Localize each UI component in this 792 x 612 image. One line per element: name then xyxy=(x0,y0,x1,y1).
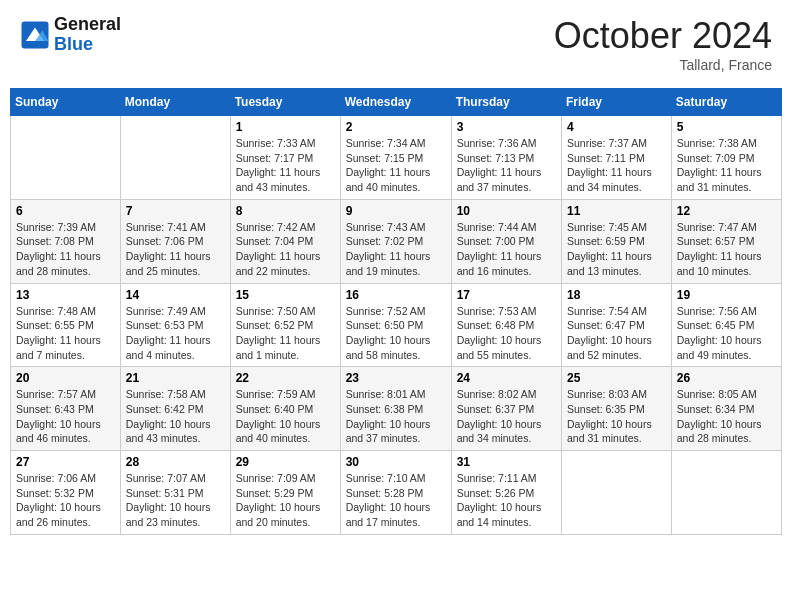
day-number: 9 xyxy=(346,204,446,218)
calendar-cell: 5Sunrise: 7:38 AM Sunset: 7:09 PM Daylig… xyxy=(671,116,781,200)
calendar-cell: 26Sunrise: 8:05 AM Sunset: 6:34 PM Dayli… xyxy=(671,367,781,451)
day-number: 27 xyxy=(16,455,115,469)
calendar-cell: 23Sunrise: 8:01 AM Sunset: 6:38 PM Dayli… xyxy=(340,367,451,451)
calendar-cell xyxy=(11,116,121,200)
calendar-week-1: 1Sunrise: 7:33 AM Sunset: 7:17 PM Daylig… xyxy=(11,116,782,200)
day-number: 4 xyxy=(567,120,666,134)
calendar-cell xyxy=(671,451,781,535)
weekday-header-wednesday: Wednesday xyxy=(340,89,451,116)
day-number: 3 xyxy=(457,120,556,134)
day-info: Sunrise: 7:54 AM Sunset: 6:47 PM Dayligh… xyxy=(567,304,666,363)
day-number: 14 xyxy=(126,288,225,302)
day-number: 31 xyxy=(457,455,556,469)
day-info: Sunrise: 7:48 AM Sunset: 6:55 PM Dayligh… xyxy=(16,304,115,363)
weekday-header-saturday: Saturday xyxy=(671,89,781,116)
calendar-cell: 9Sunrise: 7:43 AM Sunset: 7:02 PM Daylig… xyxy=(340,199,451,283)
weekday-header-friday: Friday xyxy=(562,89,672,116)
day-info: Sunrise: 7:41 AM Sunset: 7:06 PM Dayligh… xyxy=(126,220,225,279)
calendar-cell: 30Sunrise: 7:10 AM Sunset: 5:28 PM Dayli… xyxy=(340,451,451,535)
month-title: October 2024 xyxy=(554,15,772,57)
day-info: Sunrise: 7:38 AM Sunset: 7:09 PM Dayligh… xyxy=(677,136,776,195)
title-block: October 2024 Tallard, France xyxy=(554,15,772,73)
day-info: Sunrise: 7:52 AM Sunset: 6:50 PM Dayligh… xyxy=(346,304,446,363)
calendar-cell: 1Sunrise: 7:33 AM Sunset: 7:17 PM Daylig… xyxy=(230,116,340,200)
day-info: Sunrise: 7:57 AM Sunset: 6:43 PM Dayligh… xyxy=(16,387,115,446)
day-info: Sunrise: 7:44 AM Sunset: 7:00 PM Dayligh… xyxy=(457,220,556,279)
weekday-header-sunday: Sunday xyxy=(11,89,121,116)
calendar-body: 1Sunrise: 7:33 AM Sunset: 7:17 PM Daylig… xyxy=(11,116,782,535)
day-number: 30 xyxy=(346,455,446,469)
calendar-cell: 19Sunrise: 7:56 AM Sunset: 6:45 PM Dayli… xyxy=(671,283,781,367)
calendar-cell xyxy=(562,451,672,535)
day-number: 24 xyxy=(457,371,556,385)
calendar-cell: 31Sunrise: 7:11 AM Sunset: 5:26 PM Dayli… xyxy=(451,451,561,535)
calendar-cell: 16Sunrise: 7:52 AM Sunset: 6:50 PM Dayli… xyxy=(340,283,451,367)
calendar-week-3: 13Sunrise: 7:48 AM Sunset: 6:55 PM Dayli… xyxy=(11,283,782,367)
day-info: Sunrise: 7:59 AM Sunset: 6:40 PM Dayligh… xyxy=(236,387,335,446)
weekday-header-row: SundayMondayTuesdayWednesdayThursdayFrid… xyxy=(11,89,782,116)
calendar-cell: 22Sunrise: 7:59 AM Sunset: 6:40 PM Dayli… xyxy=(230,367,340,451)
calendar-cell: 29Sunrise: 7:09 AM Sunset: 5:29 PM Dayli… xyxy=(230,451,340,535)
logo-icon xyxy=(20,20,50,50)
day-number: 29 xyxy=(236,455,335,469)
day-info: Sunrise: 7:56 AM Sunset: 6:45 PM Dayligh… xyxy=(677,304,776,363)
day-info: Sunrise: 7:53 AM Sunset: 6:48 PM Dayligh… xyxy=(457,304,556,363)
weekday-header-monday: Monday xyxy=(120,89,230,116)
calendar-week-5: 27Sunrise: 7:06 AM Sunset: 5:32 PM Dayli… xyxy=(11,451,782,535)
day-number: 13 xyxy=(16,288,115,302)
day-info: Sunrise: 7:34 AM Sunset: 7:15 PM Dayligh… xyxy=(346,136,446,195)
day-info: Sunrise: 7:42 AM Sunset: 7:04 PM Dayligh… xyxy=(236,220,335,279)
calendar-cell: 27Sunrise: 7:06 AM Sunset: 5:32 PM Dayli… xyxy=(11,451,121,535)
day-number: 15 xyxy=(236,288,335,302)
calendar-cell: 8Sunrise: 7:42 AM Sunset: 7:04 PM Daylig… xyxy=(230,199,340,283)
calendar-cell: 2Sunrise: 7:34 AM Sunset: 7:15 PM Daylig… xyxy=(340,116,451,200)
day-info: Sunrise: 8:01 AM Sunset: 6:38 PM Dayligh… xyxy=(346,387,446,446)
day-info: Sunrise: 7:45 AM Sunset: 6:59 PM Dayligh… xyxy=(567,220,666,279)
day-info: Sunrise: 7:43 AM Sunset: 7:02 PM Dayligh… xyxy=(346,220,446,279)
calendar-cell xyxy=(120,116,230,200)
calendar-cell: 25Sunrise: 8:03 AM Sunset: 6:35 PM Dayli… xyxy=(562,367,672,451)
calendar-cell: 7Sunrise: 7:41 AM Sunset: 7:06 PM Daylig… xyxy=(120,199,230,283)
day-info: Sunrise: 7:58 AM Sunset: 6:42 PM Dayligh… xyxy=(126,387,225,446)
day-info: Sunrise: 7:36 AM Sunset: 7:13 PM Dayligh… xyxy=(457,136,556,195)
day-number: 2 xyxy=(346,120,446,134)
day-info: Sunrise: 7:37 AM Sunset: 7:11 PM Dayligh… xyxy=(567,136,666,195)
calendar-cell: 21Sunrise: 7:58 AM Sunset: 6:42 PM Dayli… xyxy=(120,367,230,451)
calendar-table: SundayMondayTuesdayWednesdayThursdayFrid… xyxy=(10,88,782,535)
logo-line1: General xyxy=(54,15,121,35)
weekday-header-thursday: Thursday xyxy=(451,89,561,116)
day-info: Sunrise: 7:10 AM Sunset: 5:28 PM Dayligh… xyxy=(346,471,446,530)
calendar-week-4: 20Sunrise: 7:57 AM Sunset: 6:43 PM Dayli… xyxy=(11,367,782,451)
day-number: 19 xyxy=(677,288,776,302)
day-info: Sunrise: 8:03 AM Sunset: 6:35 PM Dayligh… xyxy=(567,387,666,446)
calendar-cell: 20Sunrise: 7:57 AM Sunset: 6:43 PM Dayli… xyxy=(11,367,121,451)
day-number: 23 xyxy=(346,371,446,385)
calendar-cell: 3Sunrise: 7:36 AM Sunset: 7:13 PM Daylig… xyxy=(451,116,561,200)
calendar-cell: 17Sunrise: 7:53 AM Sunset: 6:48 PM Dayli… xyxy=(451,283,561,367)
day-number: 12 xyxy=(677,204,776,218)
day-number: 8 xyxy=(236,204,335,218)
day-number: 1 xyxy=(236,120,335,134)
calendar-cell: 6Sunrise: 7:39 AM Sunset: 7:08 PM Daylig… xyxy=(11,199,121,283)
day-number: 20 xyxy=(16,371,115,385)
calendar-cell: 18Sunrise: 7:54 AM Sunset: 6:47 PM Dayli… xyxy=(562,283,672,367)
day-info: Sunrise: 7:49 AM Sunset: 6:53 PM Dayligh… xyxy=(126,304,225,363)
day-info: Sunrise: 8:05 AM Sunset: 6:34 PM Dayligh… xyxy=(677,387,776,446)
calendar-cell: 12Sunrise: 7:47 AM Sunset: 6:57 PM Dayli… xyxy=(671,199,781,283)
day-number: 26 xyxy=(677,371,776,385)
day-number: 22 xyxy=(236,371,335,385)
day-info: Sunrise: 7:50 AM Sunset: 6:52 PM Dayligh… xyxy=(236,304,335,363)
day-info: Sunrise: 7:07 AM Sunset: 5:31 PM Dayligh… xyxy=(126,471,225,530)
day-number: 11 xyxy=(567,204,666,218)
location: Tallard, France xyxy=(554,57,772,73)
day-info: Sunrise: 7:06 AM Sunset: 5:32 PM Dayligh… xyxy=(16,471,115,530)
calendar-week-2: 6Sunrise: 7:39 AM Sunset: 7:08 PM Daylig… xyxy=(11,199,782,283)
logo: General Blue xyxy=(20,15,121,55)
logo-line2: Blue xyxy=(54,35,121,55)
day-info: Sunrise: 7:09 AM Sunset: 5:29 PM Dayligh… xyxy=(236,471,335,530)
day-number: 5 xyxy=(677,120,776,134)
day-number: 28 xyxy=(126,455,225,469)
day-number: 10 xyxy=(457,204,556,218)
day-info: Sunrise: 7:47 AM Sunset: 6:57 PM Dayligh… xyxy=(677,220,776,279)
day-number: 21 xyxy=(126,371,225,385)
